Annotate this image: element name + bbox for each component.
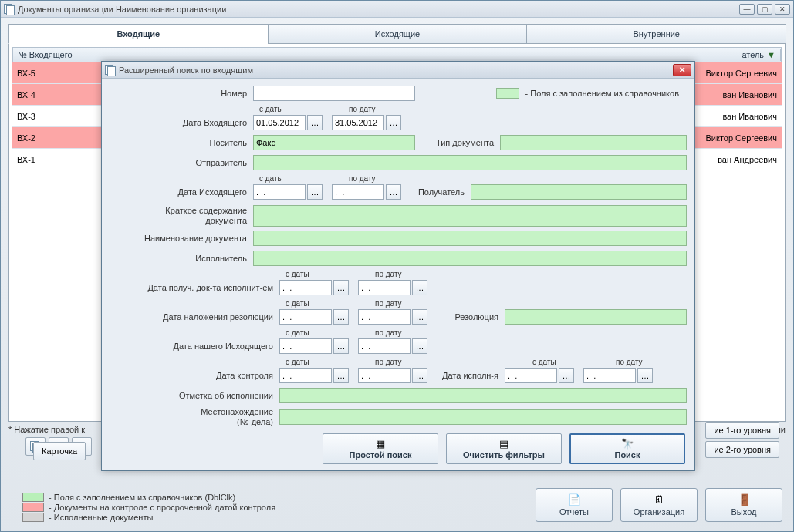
sublabel-from: с даты	[532, 358, 556, 366]
search-button[interactable]: 🔭Поиск	[569, 433, 685, 464]
date-in-from-input[interactable]	[253, 115, 306, 130]
label-number: Номер	[110, 89, 253, 98]
date-picker-button[interactable]: …	[637, 368, 653, 383]
date-recv-to-input[interactable]	[358, 280, 411, 295]
exit-button[interactable]: 🚪Выход	[705, 488, 782, 522]
dropdown-arrow-icon: ▼	[767, 50, 775, 59]
label-date-our-out: Дата нашего Исходящего	[110, 342, 279, 351]
exit-icon: 🚪	[738, 493, 751, 506]
app-icon	[4, 4, 15, 15]
report-icon: 📄	[568, 493, 581, 506]
search-dialog: Расширенный поиск по входящим ✕ - Поля с…	[101, 61, 695, 471]
tab-internal[interactable]: Внутренние	[526, 24, 786, 44]
sublabel-from: с даты	[286, 358, 309, 366]
tab-incoming[interactable]: Входящие	[8, 24, 269, 44]
row-executor: Исполнитель	[110, 250, 687, 267]
dialog-close-button[interactable]: ✕	[673, 64, 691, 76]
label-exec-mark: Отметка об исполнении	[110, 391, 279, 400]
card-button[interactable]: Карточка	[33, 442, 86, 460]
date-ctrl-from-input[interactable]	[279, 368, 332, 383]
sublabel-from: с даты	[286, 328, 309, 337]
sublabel-to: по дату	[375, 328, 402, 337]
dialog-titlebar: Расширенный поиск по входящим ✕	[102, 62, 694, 79]
swatch-gray	[22, 513, 44, 522]
label-recipient: Получатель	[401, 187, 471, 197]
date-picker-button[interactable]: …	[333, 280, 349, 295]
number-input[interactable]	[253, 86, 415, 101]
simple-search-button[interactable]: ▦Простой поиск	[323, 433, 438, 464]
legend-row: - Исполненные документы	[22, 513, 275, 522]
maximize-button[interactable]: ▢	[757, 4, 772, 15]
date-picker-button[interactable]: …	[333, 309, 349, 325]
swatch-lookup	[496, 88, 519, 99]
date-picker-button[interactable]: …	[412, 280, 427, 295]
cell-number: ВХ-1	[12, 155, 90, 164]
swatch-green	[22, 493, 44, 502]
recipient-input[interactable]	[471, 184, 687, 200]
resolution-input[interactable]	[505, 309, 687, 325]
date-out-to-input[interactable]	[332, 184, 384, 200]
sublabel-to: по дату	[349, 105, 376, 113]
label-date-exec: Дата исполн-я	[427, 371, 505, 380]
label-date-in: Дата Входящего	[110, 118, 253, 127]
sublabel-from: с даты	[286, 270, 309, 278]
label-sender: Отправитель	[110, 158, 253, 167]
date-picker-button[interactable]: …	[333, 368, 349, 383]
sender-input[interactable]	[253, 155, 687, 170]
date-exec-to-input[interactable]	[583, 368, 636, 383]
col-filter[interactable]: атель ▼	[90, 49, 781, 61]
date-our-out-to-input[interactable]	[358, 338, 411, 354]
label-date-control: Дата контроля	[110, 371, 279, 380]
date-picker-button[interactable]: …	[412, 368, 427, 383]
date-out-from-input[interactable]	[253, 184, 306, 200]
cell-number: ВХ-2	[12, 133, 90, 143]
date-picker-button[interactable]: …	[559, 368, 574, 383]
location-input[interactable]	[279, 409, 687, 425]
label-doc-name: Наименование документа	[110, 234, 253, 243]
col-incoming-number[interactable]: № Входящего	[13, 49, 90, 61]
date-picker-button[interactable]: …	[307, 115, 323, 130]
exec-mark-input[interactable]	[279, 388, 687, 403]
carrier-input[interactable]	[253, 135, 415, 150]
date-picker-button[interactable]: …	[386, 115, 401, 130]
date-picker-button[interactable]: …	[386, 184, 401, 200]
label-location: Местонахождение(№ дела)	[110, 407, 279, 426]
organization-button[interactable]: 🗓Организация	[620, 488, 698, 522]
label-carrier: Носитель	[110, 138, 253, 147]
reports-button[interactable]: 📄Отчеты	[536, 488, 613, 522]
date-picker-button[interactable]: …	[333, 338, 349, 354]
doc-name-input[interactable]	[253, 231, 687, 246]
legend-row: - Документы на контроле с просроченной д…	[22, 503, 275, 512]
date-picker-button[interactable]: …	[412, 338, 427, 354]
date-recv-from-input[interactable]	[279, 280, 332, 295]
date-picker-button[interactable]: …	[307, 184, 323, 200]
brief-input[interactable]	[253, 205, 687, 227]
date-ctrl-to-input[interactable]	[358, 368, 411, 383]
close-window-button[interactable]: ✕	[775, 4, 790, 15]
date-in-to-input[interactable]	[332, 115, 384, 130]
row-exec-mark: Отметка об исполнении	[110, 387, 687, 404]
date-res-to-input[interactable]	[358, 309, 411, 325]
executor-input[interactable]	[253, 251, 687, 266]
minimize-button[interactable]: —	[739, 4, 755, 15]
level1-button[interactable]: ие 1-го уровня	[705, 422, 779, 439]
date-our-out-from-input[interactable]	[279, 338, 332, 354]
label-doc-type: Тип документа	[415, 138, 500, 147]
date-picker-button[interactable]: …	[412, 309, 427, 325]
row-brief: Краткое содержаниедокумента	[110, 205, 687, 227]
clear-filters-button[interactable]: ▤Очистить фильтры	[446, 433, 562, 464]
sublabel-to: по дату	[349, 174, 376, 183]
dialog-buttons: ▦Простой поиск ▤Очистить фильтры 🔭Поиск	[323, 433, 685, 464]
tab-outgoing[interactable]: Исходящие	[268, 24, 528, 44]
level2-button[interactable]: ие 2-го уровня	[705, 441, 779, 458]
row-carrier: Носитель Тип документа	[110, 134, 687, 151]
sublabel-to: по дату	[375, 299, 402, 308]
doc-type-input[interactable]	[500, 135, 687, 150]
row-location: Местонахождение(№ дела)	[110, 407, 687, 426]
dialog-icon	[105, 65, 116, 76]
table-header: № Входящего атель ▼	[12, 47, 782, 62]
date-res-from-input[interactable]	[279, 309, 332, 325]
window-controls: — ▢ ✕	[739, 4, 790, 15]
org-icon: 🗓	[654, 493, 664, 506]
date-exec-from-input[interactable]	[505, 368, 557, 383]
